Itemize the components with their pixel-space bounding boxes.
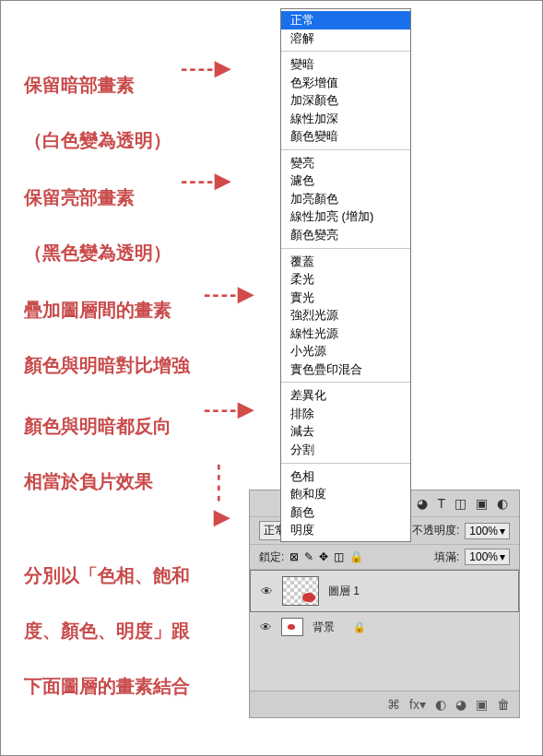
arrow-icon: ----▶	[181, 169, 232, 193]
mask-icon[interactable]: ◐	[435, 697, 446, 712]
annotation-invert: 顏色與明暗都反向 相當於負片效果	[14, 384, 171, 495]
annotation-line: 顏色與明暗對比增強	[24, 355, 190, 375]
menu-item[interactable]: 顏色變暗	[281, 127, 410, 146]
menu-item[interactable]: 濾色	[281, 171, 410, 190]
lock-move-icon[interactable]: ✥	[319, 550, 328, 563]
menu-item[interactable]: 小光源	[281, 342, 410, 360]
menu-item[interactable]: 加深顏色	[281, 91, 410, 110]
link-icon[interactable]: ⌘	[387, 697, 400, 712]
trash-icon[interactable]: 🗑	[497, 697, 510, 712]
lock-label: 鎖定:	[259, 549, 284, 565]
fx-icon[interactable]: fx▾	[409, 697, 426, 712]
menu-group-component: 色相 飽和度 顏色 明度	[281, 466, 410, 541]
lock-artboard-icon[interactable]: ◫	[334, 550, 344, 563]
panel-icon[interactable]: ◫	[454, 496, 466, 511]
menu-item[interactable]: 柔光	[281, 270, 410, 289]
adjustment-icon[interactable]: ◕	[455, 697, 466, 712]
menu-item[interactable]: 加亮顏色	[281, 190, 410, 208]
menu-item[interactable]: 排除	[281, 405, 410, 423]
panel-icon[interactable]: ▣	[476, 496, 488, 511]
menu-item[interactable]: 實光	[281, 289, 410, 307]
blend-mode-menu: 正常 溶解 變暗 色彩增值 加深顏色 線性加深 顏色變暗 變亮 濾色 加亮顏色 …	[280, 8, 411, 542]
menu-item[interactable]: 線性加亮 (增加)	[281, 207, 410, 226]
annotation-line: 分別以「色相、飽和	[24, 565, 190, 585]
visibility-eye-icon[interactable]: 👁	[259, 620, 272, 634]
annotation-darken: 保留暗部畫素 （白色變為透明）	[14, 43, 171, 154]
panel-footer: ⌘ fx▾ ◐ ◕ ▣ 🗑	[250, 691, 519, 717]
menu-item[interactable]: 溶解	[281, 30, 410, 48]
lock-fill-row: 鎖定: ⊠ ✎ ✥ ◫ 🔒 填滿: 100% ▾	[250, 544, 519, 569]
annotation-line: 顏色與明暗都反向	[24, 416, 171, 436]
menu-group-overlay: 覆蓋 柔光 實光 強烈光源 線性光源 小光源 實色疊印混合	[281, 251, 410, 381]
lock-all-icon[interactable]: 🔒	[349, 550, 363, 563]
annotation-line: （黑色變為透明）	[24, 242, 171, 263]
menu-item[interactable]: 明度	[281, 521, 410, 539]
opacity-label: 不透明度:	[412, 523, 459, 538]
arrow-up-icon: ----▶	[208, 464, 232, 532]
menu-item[interactable]: 變暗	[281, 55, 410, 74]
chevron-down-icon: ▾	[500, 550, 505, 563]
menu-item[interactable]: 減去	[281, 422, 410, 441]
layer-row[interactable]: 👁 圖層 1	[250, 570, 519, 612]
annotation-lighten: 保留亮部畫素 （黑色變為透明）	[14, 156, 171, 266]
menu-group-darken: 變暗 色彩增值 加深顏色 線性加深 顏色變暗	[281, 53, 410, 148]
menu-separator	[281, 382, 410, 383]
layer-row[interactable]: 👁 背景 🔒	[250, 612, 519, 642]
menu-separator	[281, 51, 410, 52]
menu-item[interactable]: 強烈光源	[281, 306, 410, 325]
menu-item[interactable]: 飽和度	[281, 485, 410, 503]
lock-icon: 🔒	[353, 621, 366, 633]
annotation-line: 疊加圖層間的畫素	[24, 300, 171, 320]
layer-name: 背景	[313, 620, 335, 635]
annotation-line: 下面圖層的畫素結合	[24, 676, 190, 696]
menu-item[interactable]: 色相	[281, 467, 410, 486]
layer-list: 👁 圖層 1 👁 背景 🔒	[250, 569, 519, 691]
arrow-icon: ----▶	[204, 397, 255, 421]
menu-separator	[281, 248, 410, 249]
lock-transparent-icon[interactable]: ⊠	[289, 550, 299, 563]
menu-item[interactable]: 覆蓋	[281, 253, 410, 271]
panel-icon[interactable]: ◐	[497, 496, 508, 511]
annotation-line: （白色變為透明）	[24, 130, 171, 150]
menu-group-normal: 正常 溶解	[281, 9, 410, 49]
opacity-input[interactable]: 100% ▾	[465, 523, 510, 539]
annotation-line: 保留暗部畫素	[24, 75, 135, 95]
annotation-line: 相當於負片效果	[24, 471, 153, 491]
layer-thumbnail[interactable]	[281, 618, 303, 636]
chevron-down-icon: ▾	[500, 525, 505, 537]
menu-item[interactable]: 顏色變亮	[281, 226, 410, 244]
visibility-eye-icon[interactable]: 👁	[260, 585, 273, 598]
menu-item[interactable]: 差異化	[281, 386, 410, 405]
menu-group-difference: 差異化 排除 減去 分割	[281, 384, 410, 460]
annotation-hsl: 分別以「色相、飽和 度、顏色、明度」跟 下面圖層的畫素結合	[14, 534, 190, 700]
opacity-value: 100%	[469, 525, 498, 537]
lock-brush-icon[interactable]: ✎	[304, 550, 313, 563]
menu-item[interactable]: 變亮	[281, 154, 410, 172]
menu-item[interactable]: 實色疊印混合	[281, 360, 410, 379]
menu-item[interactable]: 正常	[281, 11, 410, 30]
arrow-icon: ----▶	[181, 56, 232, 80]
layer-thumbnail[interactable]	[282, 576, 319, 606]
menu-separator	[281, 149, 410, 150]
arrow-icon: ----▶	[204, 282, 255, 306]
layer-name: 圖層 1	[328, 584, 360, 599]
menu-item[interactable]: 顏色	[281, 503, 410, 522]
menu-item[interactable]: 線性光源	[281, 325, 410, 343]
new-layer-icon[interactable]: ▣	[476, 697, 488, 712]
fill-input[interactable]: 100% ▾	[465, 549, 510, 565]
annotation-line: 度、顏色、明度」跟	[24, 620, 190, 641]
fill-value: 100%	[469, 550, 498, 563]
menu-separator	[281, 463, 410, 464]
menu-item[interactable]: 色彩增值	[281, 74, 410, 92]
menu-group-lighten: 變亮 濾色 加亮顏色 線性加亮 (增加) 顏色變亮	[281, 152, 410, 246]
annotation-overlay: 疊加圖層間的畫素 顏色與明暗對比增強	[14, 268, 190, 379]
fill-label: 填滿:	[434, 549, 459, 565]
panel-icon[interactable]: ◕	[417, 496, 428, 511]
menu-item[interactable]: 線性加深	[281, 110, 410, 128]
annotation-line: 保留亮部畫素	[24, 187, 135, 207]
type-icon[interactable]: T	[437, 496, 445, 511]
menu-item[interactable]: 分割	[281, 441, 410, 459]
